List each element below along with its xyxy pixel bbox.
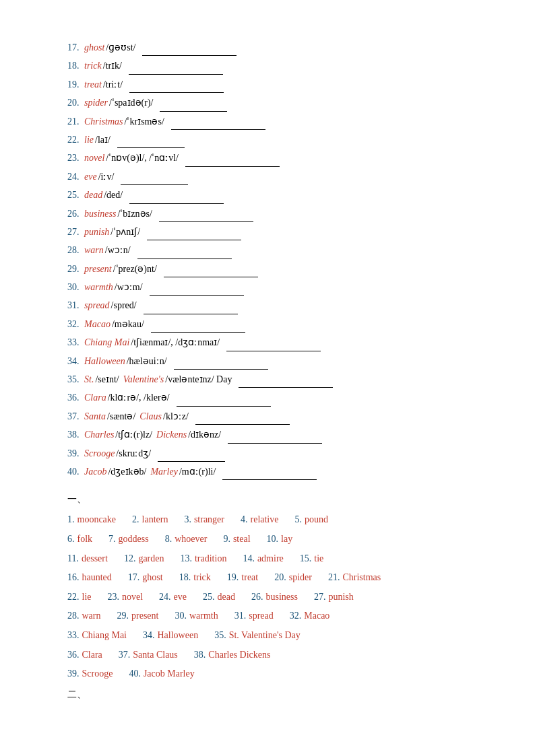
ans-num: 26. bbox=[251, 588, 263, 607]
ans-word: dead bbox=[218, 588, 235, 607]
answer-item: 14.admire bbox=[243, 550, 283, 568]
vocab-num: 35. bbox=[67, 372, 84, 387]
vocab-word: Marley bbox=[150, 465, 177, 479]
answer-item: 20.spider bbox=[274, 569, 312, 587]
vocab-blank bbox=[228, 427, 322, 443]
vocab-word: lie bbox=[84, 133, 94, 147]
ans-word: dessert bbox=[82, 550, 108, 568]
vocab-pron: /laɪ/ bbox=[95, 133, 111, 147]
vocab-num: 21. bbox=[67, 114, 84, 129]
vocab-blank bbox=[137, 243, 232, 259]
vocab-item: 34. Halloween /hæləuiːn/ bbox=[67, 354, 481, 370]
vocab-word: eve bbox=[84, 170, 97, 184]
ans-word: Chiang Mai bbox=[82, 627, 127, 645]
ans-num: 33. bbox=[67, 627, 80, 645]
ans-num: 3. bbox=[184, 511, 191, 529]
ans-word: spider bbox=[289, 569, 312, 587]
ans-num: 35. bbox=[214, 627, 226, 645]
vocab-num: 31. bbox=[67, 298, 84, 313]
answer-item: 11.dessert bbox=[67, 550, 108, 568]
answer-item: 23.novel bbox=[108, 588, 144, 607]
vocab-blank bbox=[160, 96, 227, 111]
answer-item: 18.trick bbox=[179, 569, 211, 587]
vocab-word: business bbox=[84, 207, 116, 221]
ans-num: 6. bbox=[67, 530, 75, 549]
vocab-num: 24. bbox=[67, 170, 84, 184]
answer-item: 27.punish bbox=[314, 588, 354, 607]
vocab-blank bbox=[147, 225, 241, 240]
vocab-pron: /sæntə/ bbox=[107, 409, 135, 424]
vocab-item: 32. Macao /məkau/ bbox=[67, 317, 481, 333]
vocab-pron: /ded/ bbox=[104, 188, 123, 203]
vocab-num: 33. bbox=[67, 335, 84, 350]
vocab-pron: /trɪk/ bbox=[103, 59, 122, 73]
ans-word: treat bbox=[241, 569, 258, 587]
vocab-blank bbox=[195, 409, 290, 425]
answer-item: 6.folk bbox=[67, 530, 92, 549]
vocab-item: 23. novel /ˈnɒv(ə)l/, /ˈnɑːvl/ bbox=[67, 151, 481, 166]
vocab-pron: /vælənteɪnz/ Day bbox=[165, 372, 232, 387]
vocab-pron: /triːt/ bbox=[103, 77, 123, 92]
ans-word: eve bbox=[174, 588, 187, 607]
ans-word: warmth bbox=[189, 607, 218, 625]
answer-item: 2.lantern bbox=[132, 511, 168, 529]
vocab-pron: /məkau/ bbox=[112, 317, 144, 332]
ans-word: St. Valentine's Day bbox=[229, 627, 301, 645]
ans-word: mooncake bbox=[77, 511, 117, 529]
vocab-word: Claus bbox=[139, 409, 162, 424]
vocab-pron: /dʒeɪkəb/ bbox=[108, 465, 146, 479]
answer-item: 25.dead bbox=[203, 588, 235, 607]
vocab-item: 39. Scrooge /skruːdʒ/ bbox=[67, 446, 481, 462]
answer-row: 1.mooncake2.lantern3.stranger4.relative5… bbox=[67, 511, 481, 529]
vocab-blank bbox=[174, 354, 268, 370]
vocab-num: 36. bbox=[67, 390, 84, 405]
vocab-blank bbox=[164, 262, 258, 277]
vocab-item: 22. lie /laɪ/ bbox=[67, 133, 481, 148]
vocab-word: spread bbox=[84, 298, 110, 313]
answer-item: 36.Clara bbox=[67, 646, 102, 664]
vocab-pron: /wɔːn/ bbox=[105, 243, 131, 258]
vocab-blank bbox=[150, 280, 244, 296]
answer-row: 28.warn29.present30.warmth31.spread32.Ma… bbox=[67, 607, 481, 625]
ans-num: 12. bbox=[124, 550, 136, 568]
ans-num: 8. bbox=[165, 530, 172, 549]
ans-num: 29. bbox=[117, 607, 129, 625]
ans-word: steal bbox=[233, 530, 251, 549]
ans-word: goddess bbox=[119, 530, 149, 549]
answer-item: 28.warn bbox=[67, 607, 101, 625]
vocab-blank bbox=[239, 372, 333, 388]
vocab-item: 33. Chiang Mai /tʃiænmaɪ/, /dʒɑːnmaɪ/ bbox=[67, 335, 481, 351]
ans-word: tie bbox=[314, 550, 323, 568]
vocab-pron: /ˈpʌnɪʃ/ bbox=[111, 225, 140, 240]
ans-word: haunted bbox=[82, 569, 112, 587]
vocab-word: Chiang Mai bbox=[84, 335, 129, 350]
ans-num: 15. bbox=[300, 550, 312, 568]
vocab-num: 38. bbox=[67, 427, 84, 442]
answer-row: 33.Chiang Mai34.Halloween35.St. Valentin… bbox=[67, 627, 481, 645]
ans-word: novel bbox=[122, 588, 143, 607]
ans-word: present bbox=[131, 607, 158, 625]
answer-item: 12.garden bbox=[124, 550, 164, 568]
section-divider-2: 二、 bbox=[67, 689, 481, 701]
ans-num: 11. bbox=[67, 550, 79, 568]
ans-num: 16. bbox=[67, 569, 80, 587]
ans-num: 22. bbox=[67, 588, 80, 607]
vocab-num: 32. bbox=[67, 317, 84, 332]
answer-item: 10.lay bbox=[267, 530, 293, 549]
vocab-num: 19. bbox=[67, 77, 84, 92]
ans-num: 30. bbox=[175, 607, 187, 625]
vocab-pron: /seɪnt/ bbox=[95, 372, 119, 387]
answer-item: 8.whoever bbox=[165, 530, 208, 549]
answer-item: 22.lie bbox=[67, 588, 92, 607]
ans-num: 20. bbox=[274, 569, 286, 587]
vocab-blank bbox=[144, 298, 238, 314]
vocab-num: 18. bbox=[67, 59, 84, 73]
ans-word: spread bbox=[249, 607, 274, 625]
vocab-blank bbox=[171, 114, 265, 130]
ans-word: Christmas bbox=[342, 569, 381, 587]
vocab-item: 29. present /ˈprez(ə)nt/ bbox=[67, 262, 481, 277]
vocab-item: 26. business /ˈbɪznəs/ bbox=[67, 207, 481, 222]
vocab-pron: /ˈkrɪsməs/ bbox=[125, 114, 164, 129]
ans-num: 1. bbox=[67, 511, 75, 529]
vocab-num: 40. bbox=[67, 465, 84, 479]
